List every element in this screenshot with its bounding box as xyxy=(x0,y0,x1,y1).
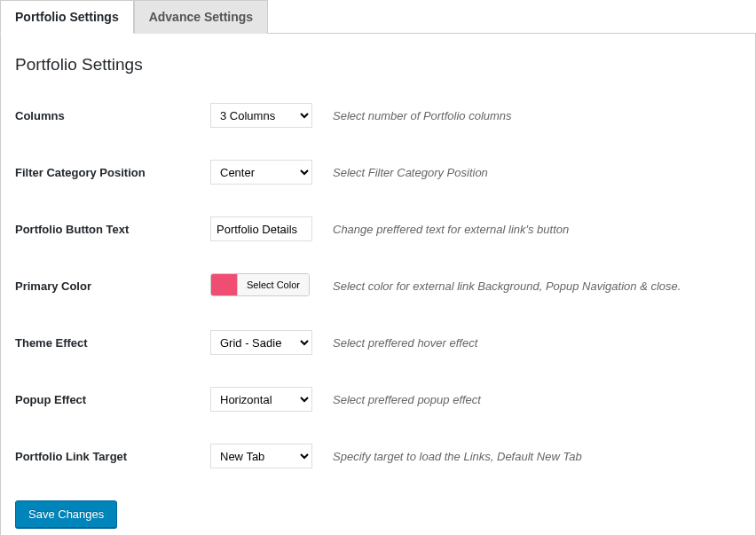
desc-columns: Select number of Portfolio columns xyxy=(333,109,512,122)
label-filter-position: Filter Category Position xyxy=(15,166,210,179)
desc-primary-color: Select color for external link Backgroun… xyxy=(333,279,681,293)
row-filter-position: Filter Category Position Center Select F… xyxy=(15,160,741,185)
color-swatch xyxy=(211,274,238,295)
select-link-target[interactable]: New Tab xyxy=(210,444,312,468)
desc-theme-effect: Select preffered hover effect xyxy=(333,336,477,350)
save-changes-button[interactable]: Save Changes xyxy=(15,500,117,528)
tab-portfolio-settings[interactable]: Portfolio Settings xyxy=(0,0,134,34)
label-theme-effect: Theme Effect xyxy=(15,336,210,350)
desc-button-text: Change preffered text for external link'… xyxy=(333,223,569,236)
row-theme-effect: Theme Effect Grid - Sadie Select preffer… xyxy=(15,330,741,355)
label-primary-color: Primary Color xyxy=(15,279,210,293)
label-link-target: Portfolio Link Target xyxy=(15,450,210,463)
label-columns: Columns xyxy=(15,109,210,122)
desc-popup-effect: Select preffered popup effect xyxy=(333,393,481,406)
label-popup-effect: Popup Effect xyxy=(15,393,210,406)
select-popup-effect[interactable]: Horizontal xyxy=(210,387,312,412)
row-columns: Columns 3 Columns Select number of Portf… xyxy=(15,103,741,128)
select-theme-effect[interactable]: Grid - Sadie xyxy=(210,330,312,355)
color-picker[interactable]: Select Color xyxy=(210,273,310,296)
select-columns[interactable]: 3 Columns xyxy=(210,103,312,128)
tabs: Portfolio Settings Advance Settings xyxy=(0,0,756,34)
tab-advance-settings[interactable]: Advance Settings xyxy=(134,0,268,34)
desc-link-target: Specify target to load the Links, Defaul… xyxy=(333,450,582,463)
input-button-text[interactable] xyxy=(210,216,312,241)
row-button-text: Portfolio Button Text Change preffered t… xyxy=(15,216,741,241)
select-filter-position[interactable]: Center xyxy=(210,160,312,185)
page-title: Portfolio Settings xyxy=(15,55,741,75)
row-link-target: Portfolio Link Target New Tab Specify ta… xyxy=(15,444,741,468)
row-primary-color: Primary Color Select Color Select color … xyxy=(15,273,741,298)
desc-filter-position: Select Filter Category Position xyxy=(333,166,488,179)
select-color-button[interactable]: Select Color xyxy=(238,274,309,295)
label-button-text: Portfolio Button Text xyxy=(15,223,210,236)
row-popup-effect: Popup Effect Horizontal Select preffered… xyxy=(15,387,741,412)
